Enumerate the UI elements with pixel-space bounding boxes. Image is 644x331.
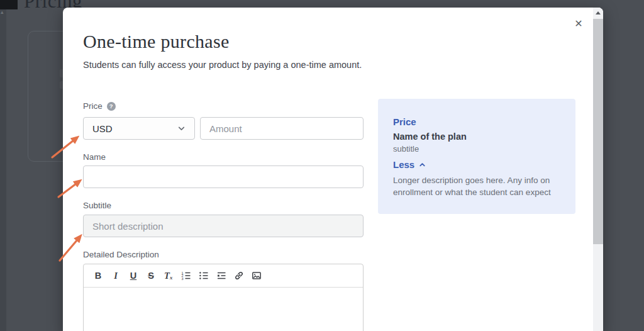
preview-plan-name: Name of the plan <box>393 132 567 142</box>
link-icon <box>234 271 244 281</box>
bullet-list-button[interactable] <box>197 268 211 283</box>
plan-preview-panel: Price Name of the plan subtitle Less Lon… <box>378 99 575 214</box>
less-toggle[interactable]: Less <box>393 159 426 170</box>
modal-subtitle: Students can fully access your product b… <box>83 59 362 71</box>
close-icon[interactable]: ✕ <box>571 16 586 31</box>
name-input[interactable] <box>83 166 364 188</box>
bullet-list-icon <box>199 271 209 281</box>
indent-icon <box>216 271 226 281</box>
indent-button[interactable] <box>214 268 228 283</box>
scroll-up-button[interactable] <box>593 8 603 18</box>
underline-button[interactable]: U <box>126 268 140 283</box>
italic-button[interactable]: I <box>109 268 123 283</box>
detailed-description-label: Detailed Description <box>83 249 159 260</box>
editor-content-area[interactable] <box>84 288 363 331</box>
less-toggle-label: Less <box>393 159 414 170</box>
preview-price: Price <box>393 116 567 127</box>
preview-subtitle: subtitle <box>393 144 567 154</box>
chevron-down-icon <box>177 125 186 133</box>
preview-description: Longer description goes here. Any info o… <box>393 174 567 198</box>
modal-scrollbar[interactable] <box>593 8 603 331</box>
chevron-up-icon <box>418 161 426 168</box>
strikethrough-button[interactable]: S <box>144 268 158 283</box>
rich-text-editor: B I U S Tₓ 1 2 3 <box>83 264 364 331</box>
help-icon[interactable]: ? <box>107 102 116 111</box>
one-time-purchase-modal: ✕ One-time purchase Students can fully a… <box>63 8 603 331</box>
bold-button[interactable]: B <box>91 268 105 283</box>
svg-text:3: 3 <box>182 277 184 281</box>
image-icon <box>252 271 262 281</box>
subtitle-field-label: Subtitle <box>83 200 111 211</box>
name-field-label: Name <box>83 152 106 162</box>
price-label-text: Price <box>83 101 103 111</box>
price-field-label: Price ? <box>83 101 116 111</box>
subtitle-input[interactable] <box>83 215 364 237</box>
ordered-list-button[interactable]: 1 2 3 <box>179 268 193 283</box>
scrollbar-thumb[interactable] <box>593 19 603 244</box>
amount-input[interactable] <box>200 117 364 140</box>
image-button[interactable] <box>250 268 264 283</box>
currency-select[interactable]: USD <box>83 117 195 140</box>
modal-title: One-time purchase <box>83 30 230 53</box>
ordered-list-icon: 1 2 3 <box>181 271 191 281</box>
clear-formatting-button[interactable]: Tₓ <box>162 268 175 283</box>
link-button[interactable] <box>232 268 246 283</box>
currency-selected-value: USD <box>92 123 177 134</box>
editor-toolbar: B I U S Tₓ 1 2 3 <box>84 264 363 288</box>
